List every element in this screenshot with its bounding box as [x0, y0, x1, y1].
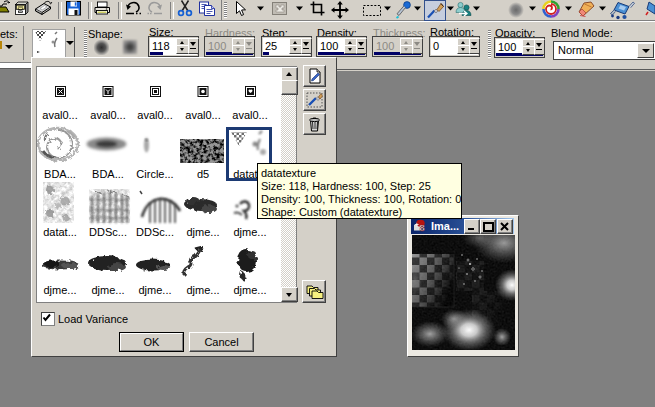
svg-text:8: 8	[420, 223, 425, 233]
